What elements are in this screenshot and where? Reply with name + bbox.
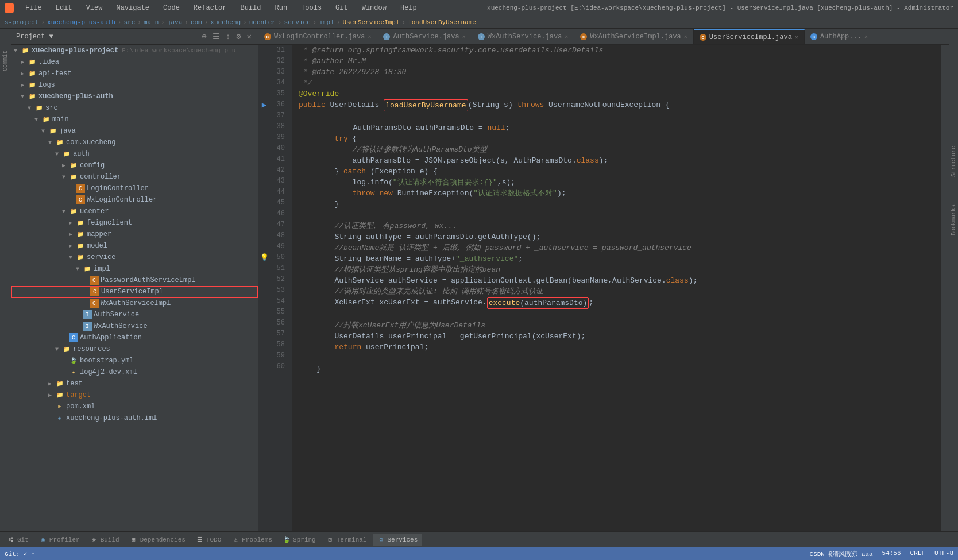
code-editor[interactable]: ▶ 💡 xyxy=(258,45,949,531)
tree-item-mapper[interactable]: ▶ 📁 mapper xyxy=(11,229,258,240)
tree-item-resources[interactable]: ▼ 📁 resources xyxy=(11,343,258,355)
tree-arrow: ▶ xyxy=(48,380,55,387)
tab-close-btn[interactable]: ✕ xyxy=(795,34,798,41)
tree-item-password-auth[interactable]: ▶ C PasswordAuthServiceImpl xyxy=(11,275,258,286)
tab-auth-service[interactable]: I AuthService.java ✕ xyxy=(377,29,472,44)
tree-item-api-test[interactable]: ▶ 📁 api-test xyxy=(11,68,258,79)
tree-item-logs[interactable]: ▶ 📁 logs xyxy=(11,79,258,91)
tree-item-target[interactable]: ▶ 📁 target xyxy=(11,389,258,401)
breadcrumb-item[interactable]: xuecheng-plus-auth xyxy=(47,19,115,26)
close-icon[interactable]: ✕ xyxy=(245,31,253,42)
profiler-tab[interactable]: ◉ Profiler xyxy=(34,534,84,546)
tree-arrow: ▼ xyxy=(28,105,34,111)
todo-tab[interactable]: ☰ TODO xyxy=(191,534,226,546)
menu-file[interactable]: File xyxy=(23,3,44,13)
problems-tab[interactable]: ⚠ Problems xyxy=(227,534,277,546)
sync-icon[interactable]: ⊕ xyxy=(200,31,208,42)
menu-code[interactable]: Code xyxy=(161,3,182,13)
commit-tab[interactable]: Commit xyxy=(1,46,10,76)
code-line-36: public UserDetails loadUserByUsername(St… xyxy=(299,99,934,111)
breadcrumb-item[interactable]: main xyxy=(144,19,159,26)
tab-close-btn[interactable]: ✕ xyxy=(368,33,371,40)
tree-item-ucenter[interactable]: ▼ 📁 ucenter xyxy=(11,206,258,217)
build-tab[interactable]: ⚒ Build xyxy=(86,534,124,546)
tree-item-auth-module[interactable]: ▼ 📁 xuecheng-plus-auth xyxy=(11,91,258,102)
menu-view[interactable]: View xyxy=(84,3,105,13)
tab-wx-login-controller[interactable]: C WxLoginController.java ✕ xyxy=(258,29,377,44)
settings-icon[interactable]: ⚙ xyxy=(234,31,242,42)
tab-wx-auth-service[interactable]: I WxAuthService.java ✕ xyxy=(472,29,575,44)
breadcrumb-item[interactable]: ucenter xyxy=(249,19,276,26)
breadcrumb-item[interactable]: src xyxy=(123,19,135,26)
run-arrow-icon[interactable]: ▶ xyxy=(258,99,270,110)
tree-item-wx-auth-service[interactable]: ▶ I WxAuthService xyxy=(11,320,258,332)
menu-build[interactable]: Build xyxy=(238,3,263,13)
dependencies-tab-label: Dependencies xyxy=(140,536,186,543)
git-tab[interactable]: ⑆ Git xyxy=(2,534,33,546)
breadcrumb-item[interactable]: com xyxy=(191,19,202,26)
project-tree[interactable]: ▼ 📁 xuecheng-plus-project E:\idea-worksp… xyxy=(11,45,258,531)
services-tab[interactable]: ⚙ Services xyxy=(373,534,423,546)
menu-refactor[interactable]: Refactor xyxy=(191,3,229,13)
sort-icon[interactable]: ↕ xyxy=(224,32,232,42)
breadcrumb-item[interactable]: xuecheng xyxy=(210,19,241,26)
breadcrumb-item[interactable]: s-project xyxy=(5,19,38,26)
right-scroll-gutter[interactable] xyxy=(941,45,949,531)
breadcrumb-item[interactable]: impl xyxy=(319,19,334,26)
menu-help[interactable]: Help xyxy=(398,3,419,13)
tree-item-service[interactable]: ▼ 📁 service xyxy=(11,252,258,263)
menu-navigate[interactable]: Navigate xyxy=(114,3,152,13)
tab-close-btn[interactable]: ✕ xyxy=(864,33,868,40)
breadcrumb-item[interactable]: loadUserByUsername xyxy=(408,19,476,26)
tree-item-model[interactable]: ▶ 📁 model xyxy=(11,240,258,252)
folder-icon: 📁 xyxy=(55,138,64,147)
tree-item-controller[interactable]: ▼ 📁 controller xyxy=(11,171,258,183)
code-line-60: } xyxy=(299,364,934,374)
tab-wx-auth-service-impl[interactable]: C WxAuthServiceImpl.java ✕ xyxy=(574,29,693,44)
tree-item-iml[interactable]: ▶ ◈ xuecheng-plus-auth.iml xyxy=(11,412,258,424)
menu-edit[interactable]: Edit xyxy=(53,3,75,13)
terminal-tab[interactable]: ⊡ Terminal xyxy=(322,534,372,546)
tree-item-wx-auth-impl[interactable]: ▶ C WxAuthServiceImpl xyxy=(11,298,258,309)
tree-item-user-service-impl[interactable]: ▶ C UserServiceImpl xyxy=(11,286,258,298)
menu-run[interactable]: Run xyxy=(272,3,289,13)
editor-area: C WxLoginController.java ✕ I AuthService… xyxy=(258,29,949,531)
flatten-icon[interactable]: ☰ xyxy=(211,31,222,42)
spring-tab[interactable]: 🍃 Spring xyxy=(278,534,320,546)
tree-item-auth-application[interactable]: ▶ C AuthApplication xyxy=(11,332,258,343)
tree-item-auth-service[interactable]: ▶ I AuthService xyxy=(11,309,258,320)
bulb-icon[interactable]: 💡 xyxy=(258,252,270,263)
code-content[interactable]: * @return org.springframework.security.c… xyxy=(292,45,941,531)
breadcrumb-item[interactable]: java xyxy=(167,19,182,26)
menu-tools[interactable]: Tools xyxy=(299,3,324,13)
tree-item-com-xuecheng[interactable]: ▼ 📁 com.xuecheng xyxy=(11,137,258,148)
tab-close-btn[interactable]: ✕ xyxy=(462,33,466,40)
menu-git[interactable]: Git xyxy=(333,3,350,13)
tree-item-bootstrap[interactable]: ▶ 🍃 bootstrap.yml xyxy=(11,355,258,366)
breadcrumb-item[interactable]: UserServiceImpl xyxy=(342,19,399,26)
tree-arrow: ▼ xyxy=(21,94,28,100)
bookmarks-tab[interactable]: Bookmarks xyxy=(951,202,957,238)
tree-item-auth[interactable]: ▼ 📁 auth xyxy=(11,148,258,160)
tree-item-login-controller[interactable]: ▶ C LoginController xyxy=(11,183,258,194)
tree-item-src[interactable]: ▼ 📁 src xyxy=(11,102,258,114)
tab-close-btn[interactable]: ✕ xyxy=(684,33,687,40)
tab-auth-app[interactable]: C AuthApp... ✕ xyxy=(805,29,874,44)
tree-item-pom[interactable]: ▶ ⊞ pom.xml xyxy=(11,401,258,412)
tab-user-service-impl[interactable]: C UserServiceImpl.java ✕ xyxy=(694,29,805,44)
tree-item-java[interactable]: ▼ 📁 java xyxy=(11,125,258,137)
structure-tab[interactable]: Structure xyxy=(951,144,957,179)
tree-item-test[interactable]: ▶ 📁 test xyxy=(11,378,258,389)
tree-item-wx-login-controller[interactable]: ▶ C WxLoginController xyxy=(11,194,258,206)
tree-item-config[interactable]: ▶ 📁 config xyxy=(11,160,258,171)
tab-close-btn[interactable]: ✕ xyxy=(565,33,568,40)
dependencies-tab[interactable]: ⊞ Dependencies xyxy=(125,534,190,546)
tree-item-root[interactable]: ▼ 📁 xuecheng-plus-project E:\idea-worksp… xyxy=(11,45,258,56)
tree-item-impl[interactable]: ▼ 📁 impl xyxy=(11,263,258,275)
tree-item-idea[interactable]: ▶ 📁 .idea xyxy=(11,56,258,68)
tree-item-feignclient[interactable]: ▶ 📁 feignclient xyxy=(11,217,258,229)
tree-item-log4j2[interactable]: ▶ ✦ log4j2-dev.xml xyxy=(11,366,258,378)
menu-window[interactable]: Window xyxy=(360,3,389,13)
breadcrumb-item[interactable]: service xyxy=(284,19,311,26)
tree-item-main[interactable]: ▼ 📁 main xyxy=(11,114,258,125)
